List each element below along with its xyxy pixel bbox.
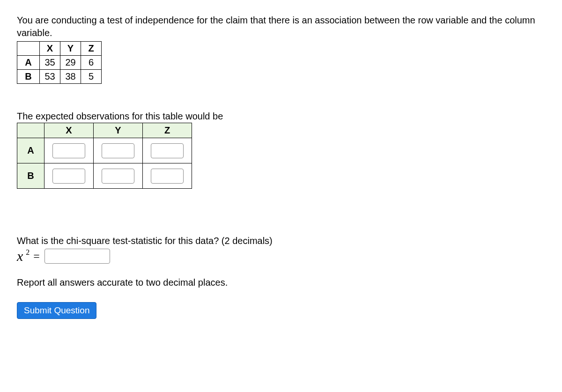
chi-square-input[interactable] — [44, 249, 110, 264]
col-header-x: X — [40, 42, 60, 56]
table-row: A 35 29 6 — [17, 56, 102, 70]
submit-button[interactable]: Submit Question — [17, 302, 96, 319]
row-header-a: A — [17, 138, 44, 163]
intro-text: You are conducting a test of independenc… — [17, 14, 545, 39]
chi-sup: 2 — [26, 248, 30, 257]
input-cell — [44, 138, 94, 163]
chi-base: x — [17, 248, 23, 264]
expected-b-z-input[interactable] — [151, 169, 184, 184]
table-row: X Y Z — [17, 123, 192, 138]
expected-prompt: The expected observations for this table… — [17, 111, 545, 122]
expected-table: X Y Z A B — [17, 123, 192, 189]
expected-b-x-input[interactable] — [52, 169, 85, 184]
expected-a-z-input[interactable] — [151, 143, 184, 158]
equals-sign: = — [33, 250, 40, 263]
input-cell — [94, 163, 143, 189]
input-cell — [44, 163, 94, 189]
chi-symbol: x2 — [17, 248, 30, 264]
table-row: A — [17, 138, 192, 163]
row-header-a: A — [17, 56, 40, 70]
expected-b-y-input[interactable] — [102, 169, 134, 184]
row-header-b: B — [17, 70, 40, 84]
cell-a-z: 6 — [81, 56, 102, 70]
cell-b-x: 53 — [40, 70, 60, 84]
corner-cell — [17, 42, 40, 56]
cell-b-z: 5 — [81, 70, 102, 84]
input-cell — [94, 138, 143, 163]
col-header-z: Z — [143, 123, 192, 138]
table-row: B 53 38 5 — [17, 70, 102, 84]
input-cell — [143, 163, 192, 189]
cell-a-x: 35 — [40, 56, 60, 70]
col-header-y: Y — [94, 123, 143, 138]
corner-cell — [17, 123, 44, 138]
expected-a-y-input[interactable] — [102, 143, 134, 158]
col-header-y: Y — [60, 42, 81, 56]
col-header-z: Z — [81, 42, 102, 56]
table-row: X Y Z — [17, 42, 102, 56]
col-header-x: X — [44, 123, 94, 138]
table-row: B — [17, 163, 192, 189]
chi-prompt: What is the chi-square test-statistic fo… — [17, 236, 545, 246]
expected-a-x-input[interactable] — [52, 143, 85, 158]
chi-square-row: x2 = — [17, 248, 545, 264]
report-text: Report all answers accurate to two decim… — [17, 277, 545, 288]
cell-a-y: 29 — [60, 56, 81, 70]
input-cell — [143, 138, 192, 163]
observed-table: X Y Z A 35 29 6 B 53 38 5 — [17, 41, 102, 84]
cell-b-y: 38 — [60, 70, 81, 84]
row-header-b: B — [17, 163, 44, 189]
